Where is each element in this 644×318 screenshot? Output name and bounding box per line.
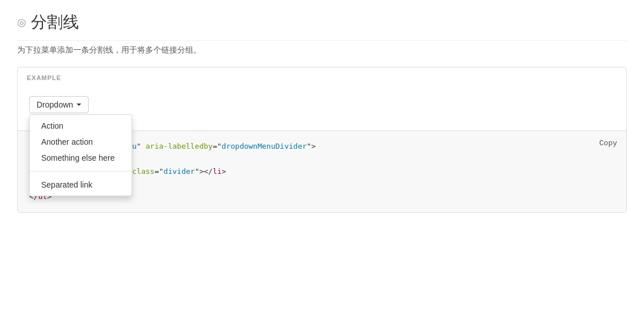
page-header: ◎ 分割线: [17, 11, 627, 41]
dropdown-button-label: Dropdown: [37, 100, 73, 109]
dropdown-item-another-action[interactable]: Another action: [30, 134, 132, 150]
list-item[interactable]: Separated link: [30, 177, 132, 193]
dropdown-item-action[interactable]: Action: [30, 118, 132, 134]
page-title: 分割线: [31, 11, 79, 33]
example-content: Dropdown Action Another action Something…: [18, 87, 626, 130]
page-description: 为下拉菜单添加一条分割线，用于将多个链接分组。: [17, 45, 627, 55]
dropdown-item-something-else[interactable]: Something else here: [30, 150, 132, 166]
list-item[interactable]: Something else here: [30, 150, 132, 166]
dropdown-item-separated-link[interactable]: Separated link: [30, 177, 132, 193]
example-box: EXAMPLE Dropdown Action Another action S…: [17, 67, 627, 213]
dropdown-divider: [30, 171, 132, 172]
example-label: EXAMPLE: [18, 67, 626, 87]
list-item[interactable]: Another action: [30, 134, 132, 150]
list-item[interactable]: Action: [30, 118, 132, 134]
dropdown-button[interactable]: Dropdown: [29, 96, 89, 113]
copy-button[interactable]: Copy: [599, 139, 617, 148]
page-icon: ◎: [17, 16, 26, 29]
dropdown-wrapper: Dropdown Action Another action Something…: [29, 96, 89, 113]
dropdown-menu: Action Another action Something else her…: [29, 114, 132, 196]
dropdown-caret-icon: [77, 104, 81, 106]
